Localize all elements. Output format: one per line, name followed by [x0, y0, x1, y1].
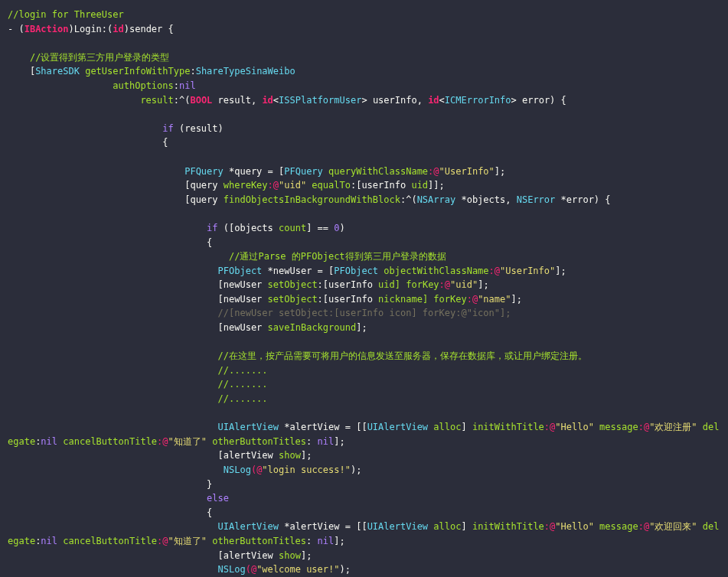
comment: //login for ThreeUser	[8, 9, 124, 20]
code-block: //login for ThreeUser - (IBAction)Login:…	[8, 8, 720, 577]
